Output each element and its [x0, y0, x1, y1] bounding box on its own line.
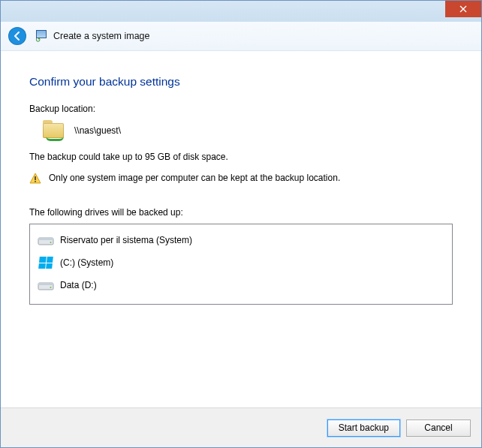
- content-area: Confirm your backup settings Backup loca…: [7, 56, 475, 407]
- drive-list-item[interactable]: Riservato per il sistema (System): [33, 229, 449, 251]
- system-image-icon: ↺: [35, 30, 47, 42]
- wizard-window: ↺ Create a system image Confirm your bac…: [0, 0, 482, 448]
- warning-icon: [29, 173, 41, 185]
- backup-location-path: \\nas\guest\: [74, 125, 121, 136]
- warning-text: Only one system image per computer can b…: [49, 173, 340, 183]
- page-title: Create a system image: [53, 31, 150, 41]
- footer-bar: Start backup Cancel: [1, 407, 481, 447]
- back-arrow-icon: [12, 31, 23, 41]
- svg-point-7: [50, 287, 52, 288]
- network-folder-icon: [43, 120, 67, 141]
- backup-location-row: \\nas\guest\: [29, 119, 453, 149]
- drive-list-item[interactable]: Data (D:): [33, 274, 449, 296]
- svg-rect-3: [38, 238, 53, 240]
- svg-rect-0: [35, 176, 36, 180]
- drives-label: The following drives will be backed up:: [29, 207, 453, 218]
- drive-item-label: Data (D:): [60, 280, 97, 290]
- backup-location-label: Backup location:: [29, 104, 453, 114]
- hard-drive-icon: [38, 233, 54, 247]
- warning-row: Only one system image per computer can b…: [29, 173, 453, 185]
- titlebar: [1, 1, 481, 22]
- close-icon: [459, 5, 467, 13]
- svg-point-4: [50, 242, 52, 243]
- windows-flag-icon: [38, 257, 53, 269]
- header-bar: ↺ Create a system image: [1, 22, 481, 51]
- cancel-button[interactable]: Cancel: [406, 419, 471, 437]
- confirm-heading: Confirm your backup settings: [29, 75, 453, 89]
- drives-listbox[interactable]: Riservato per il sistema (System)(C:) (S…: [29, 224, 453, 305]
- svg-rect-6: [38, 283, 53, 285]
- start-backup-button[interactable]: Start backup: [327, 419, 400, 437]
- close-button[interactable]: [445, 1, 481, 17]
- hard-drive-icon: [38, 278, 54, 292]
- drive-list-item[interactable]: (C:) (System): [33, 251, 449, 274]
- drive-item-label: (C:) (System): [60, 257, 113, 268]
- back-button[interactable]: [8, 27, 26, 45]
- size-estimate-text: The backup could take up to 95 GB of dis…: [29, 152, 453, 162]
- drive-item-label: Riservato per il sistema (System): [60, 235, 192, 245]
- svg-rect-1: [35, 181, 36, 182]
